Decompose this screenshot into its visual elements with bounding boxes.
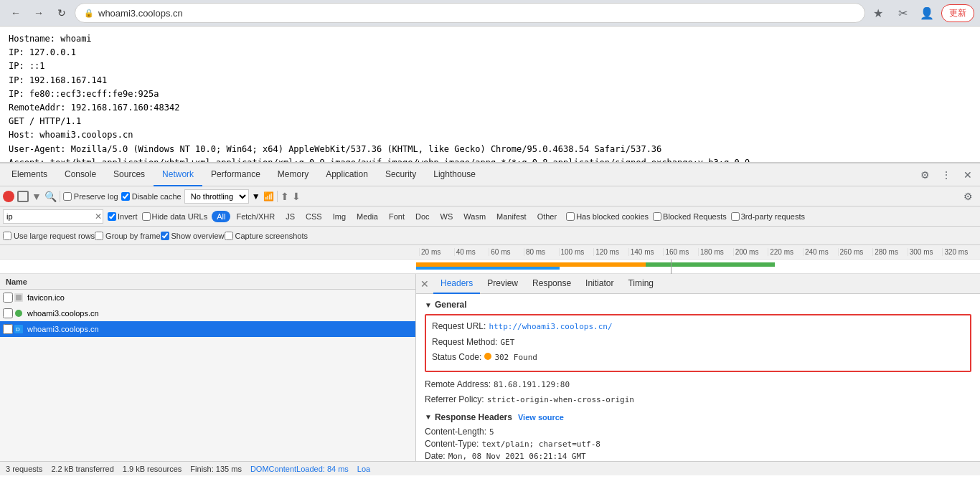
settings-button[interactable]: ⚙ xyxy=(915,166,934,184)
remote-address-label: Remote Address: xyxy=(425,378,491,391)
status-bar: 3 requests 2.2 kB transferred 1.9 kB res… xyxy=(0,461,980,475)
large-rows-checkbox[interactable] xyxy=(3,232,11,240)
devtools: Elements Console Sources Network Perform… xyxy=(0,163,980,475)
tick-260ms: 260 ms xyxy=(838,248,873,256)
filter-type-all[interactable]: All xyxy=(212,211,230,222)
group-frame-label: Group by frame xyxy=(95,232,160,240)
star-button[interactable]: ★ xyxy=(868,3,888,23)
forward-button[interactable]: → xyxy=(29,3,49,23)
filter-clear-button[interactable]: ✕ xyxy=(95,212,102,222)
filter-type-manifest[interactable]: Manifest xyxy=(491,211,532,222)
row-checkbox-whoami3[interactable] xyxy=(3,324,13,334)
filter-type-js[interactable]: JS xyxy=(281,211,300,222)
search-button[interactable]: 🔍 xyxy=(44,191,57,202)
tab-security[interactable]: Security xyxy=(377,163,425,186)
view-source-link[interactable]: View source xyxy=(518,413,564,422)
filter-type-other[interactable]: Other xyxy=(532,211,562,222)
close-devtools-button[interactable]: ✕ xyxy=(958,166,977,184)
domcontent-link[interactable]: DOMContentLoaded: 84 ms xyxy=(250,465,349,473)
tab-memory[interactable]: Memory xyxy=(269,163,317,186)
filter-input[interactable] xyxy=(3,209,103,224)
filter-type-ws[interactable]: WS xyxy=(435,211,458,222)
disable-cache-checkbox[interactable] xyxy=(121,192,130,201)
hide-urls-checkbox[interactable] xyxy=(142,212,151,221)
capture-screenshots-checkbox[interactable] xyxy=(225,232,233,240)
detail-tab-response[interactable]: Response xyxy=(525,274,578,294)
content-length-row: Content-Length: 5 xyxy=(425,427,971,437)
third-party-label: 3rd-party requests xyxy=(731,212,805,221)
request-row-favicon[interactable]: favicon.ico xyxy=(0,290,415,305)
profile-button[interactable]: 👤 xyxy=(917,3,937,23)
filter-button[interactable]: ▼ xyxy=(32,191,42,202)
date-row: Date: Mon, 08 Nov 2021 06:21:14 GMT xyxy=(425,451,971,461)
blocked-cookies-label: Has blocked cookies xyxy=(566,212,649,221)
detail-tab-timing[interactable]: Timing xyxy=(621,274,661,294)
show-overview-checkbox[interactable] xyxy=(161,232,169,240)
group-frame-checkbox[interactable] xyxy=(95,232,103,240)
general-section: ▼ General Request URL: http://whoami3.co… xyxy=(425,300,971,407)
tick-140ms: 140 ms xyxy=(628,248,664,256)
third-party-checkbox[interactable] xyxy=(731,212,740,221)
tick-300ms: 300 ms xyxy=(908,248,943,256)
detail-tab-headers[interactable]: Headers xyxy=(433,274,480,294)
whoami3-icon: D xyxy=(14,324,24,334)
page-line-5: IP: fe80::ecf3:ecff:fe9e:925a xyxy=(9,87,971,101)
timeline-bars xyxy=(0,260,980,274)
tick-200ms: 200 ms xyxy=(733,248,768,256)
invert-checkbox[interactable] xyxy=(108,212,116,221)
tick-20ms: 20 ms xyxy=(419,248,454,256)
hide-urls-label: Hide data URLs xyxy=(142,212,208,221)
row-checkbox-favicon[interactable] xyxy=(3,293,13,303)
tab-application[interactable]: Application xyxy=(317,163,377,186)
filter-type-fetch[interactable]: Fetch/XHR xyxy=(231,211,280,222)
filter-type-media[interactable]: Media xyxy=(352,211,383,222)
blocked-requests-checkbox[interactable] xyxy=(653,212,661,221)
tab-network[interactable]: Network xyxy=(154,163,202,186)
content-length-value: 5 xyxy=(489,427,494,437)
back-button[interactable]: ← xyxy=(6,3,26,23)
filter-type-css[interactable]: CSS xyxy=(301,211,327,222)
response-headers-section-header[interactable]: ▼ Response Headers View source xyxy=(425,412,971,422)
filter-type-img[interactable]: Img xyxy=(328,211,351,222)
extensions-button[interactable]: ✂ xyxy=(892,3,913,23)
detail-tab-initiator[interactable]: Initiator xyxy=(578,274,621,294)
detail-tab-preview[interactable]: Preview xyxy=(480,274,525,294)
export-button[interactable]: ⬇ xyxy=(292,191,301,202)
network-toolbar: ▼ 🔍 Preserve log Disable cache No thrott… xyxy=(0,186,980,206)
filter-type-doc[interactable]: Doc xyxy=(410,211,435,222)
refresh-button[interactable]: ↻ xyxy=(52,3,72,23)
preserve-log-checkbox[interactable] xyxy=(63,192,72,201)
content-type-value: text/plain; charset=utf-8 xyxy=(481,440,600,449)
close-details-button[interactable]: ✕ xyxy=(416,275,433,293)
wifi-icon: 📶 xyxy=(263,191,274,201)
row-checkbox-whoami2[interactable] xyxy=(3,308,13,318)
record-button[interactable] xyxy=(3,191,14,202)
tab-elements[interactable]: Elements xyxy=(3,163,56,186)
page-line-2: IP: 127.0.0.1 xyxy=(9,46,971,60)
throttle-select[interactable]: No throttling xyxy=(184,189,249,204)
request-row-whoami3[interactable]: D whoami3.coolops.cn xyxy=(0,321,415,337)
address-bar[interactable]: 🔒 whoami3.coolops.cn xyxy=(75,3,865,23)
content-length-label: Content-Length: xyxy=(425,427,486,437)
import-button[interactable]: ⬆ xyxy=(281,191,289,202)
stop-button[interactable] xyxy=(17,191,29,202)
tab-console[interactable]: Console xyxy=(56,163,105,186)
blocked-cookies-checkbox[interactable] xyxy=(566,212,575,221)
request-row-whoami2[interactable]: whoami3.coolops.cn xyxy=(0,305,415,321)
request-method-label: Request Method: xyxy=(432,336,497,348)
invert-check-label: Invert xyxy=(108,212,138,221)
tab-sources[interactable]: Sources xyxy=(105,163,154,186)
filter-type-font[interactable]: Font xyxy=(384,211,410,222)
svg-point-2 xyxy=(15,310,22,317)
svg-text:D: D xyxy=(16,326,20,333)
filter-type-wasm[interactable]: Wasm xyxy=(458,211,491,222)
request-name-whoami2: whoami3.coolops.cn xyxy=(27,309,99,318)
more-button[interactable]: ⋮ xyxy=(937,166,956,184)
network-settings-button[interactable]: ⚙ xyxy=(958,187,977,206)
tab-lighthouse[interactable]: Lighthouse xyxy=(425,163,484,186)
update-button[interactable]: 更新 xyxy=(941,4,974,22)
general-section-header[interactable]: ▼ General xyxy=(425,300,971,310)
load-link[interactable]: Loa xyxy=(357,465,370,473)
page-content: Hostname: whoami IP: 127.0.0.1 IP: ::1 I… xyxy=(0,27,980,163)
tab-performance[interactable]: Performance xyxy=(202,163,269,186)
